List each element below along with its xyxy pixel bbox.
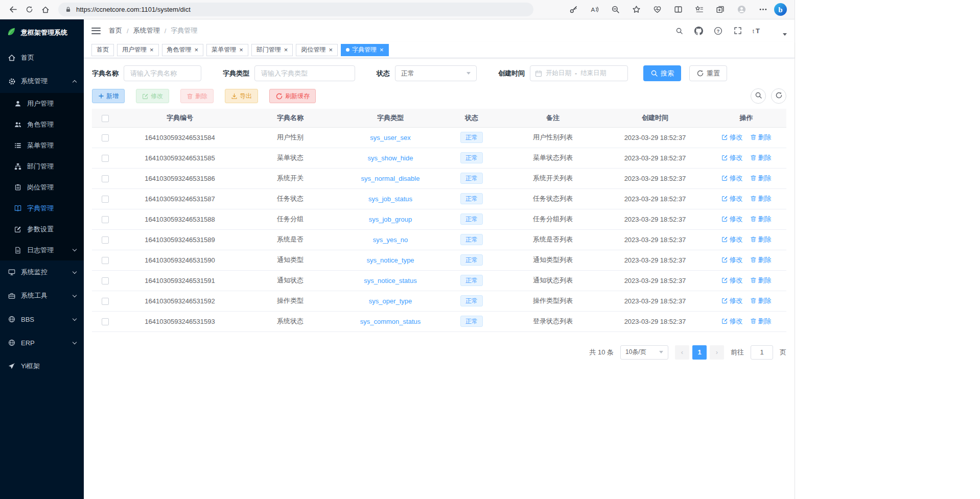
row-checkbox[interactable] [102,298,109,305]
dict-type-input[interactable] [254,65,355,81]
help-icon[interactable]: ? [713,26,724,36]
dict-name-input[interactable] [124,65,201,81]
tab-close-icon[interactable]: × [380,46,384,54]
row-delete-button[interactable]: 删除 [750,296,772,305]
row-edit-button[interactable]: 修改 [721,235,743,244]
tab-dict-mgmt[interactable]: 字典管理× [341,44,389,56]
avatar-caret-icon[interactable] [783,33,787,36]
sidebar-item-role-mgmt[interactable]: 角色管理 [0,114,84,135]
refresh-table-button[interactable] [771,88,786,104]
reset-button[interactable]: 重置 [689,65,727,81]
user-avatar[interactable] [771,22,787,39]
add-button[interactable]: 新增 [92,89,125,103]
page-1-button[interactable]: 1 [692,345,707,360]
sidebar-item-post-mgmt[interactable]: 岗位管理 [0,177,84,198]
row-delete-button[interactable]: 删除 [750,276,772,285]
tab-close-icon[interactable]: × [239,46,243,54]
read-aloud-icon[interactable]: A [590,5,599,14]
home-icon[interactable] [40,4,51,15]
row-edit-button[interactable]: 修改 [721,153,743,162]
row-delete-button[interactable]: 删除 [750,174,772,183]
row-delete-button[interactable]: 删除 [750,235,772,244]
sidebar-item-system-mgmt[interactable]: 系统管理 [0,69,84,93]
settings-menu-icon[interactable] [759,5,767,14]
sidebar-item-erp[interactable]: ERP [0,331,84,354]
row-edit-button[interactable]: 修改 [721,174,743,183]
browser-essentials-icon[interactable] [653,5,662,14]
row-edit-button[interactable]: 修改 [721,133,743,142]
tab-close-icon[interactable]: × [150,46,154,54]
dict-type-link[interactable]: sys_user_sex [370,134,410,141]
search-button[interactable]: 搜索 [643,65,681,81]
hamburger-menu-icon[interactable] [91,28,101,34]
profile-icon[interactable] [737,5,746,14]
row-checkbox[interactable] [102,175,109,182]
dict-type-link[interactable]: sys_normal_disable [361,175,420,182]
row-checkbox[interactable] [102,216,109,223]
tab-close-icon[interactable]: × [329,46,333,54]
sidebar-item-log-mgmt[interactable]: 日志管理 [0,240,84,260]
sidebar-item-dept-mgmt[interactable]: 部门管理 [0,156,84,177]
toggle-search-button[interactable] [751,88,766,104]
row-edit-button[interactable]: 修改 [721,276,743,285]
row-checkbox[interactable] [102,134,109,141]
row-checkbox[interactable] [102,277,109,284]
edit-button[interactable]: 修改 [136,89,169,103]
row-delete-button[interactable]: 删除 [750,133,772,142]
dict-type-link[interactable]: sys_yes_no [373,236,408,244]
address-bar[interactable]: https://ccnetcore.com:1101/system/dict [58,3,533,16]
dict-type-link[interactable]: sys_notice_status [364,277,416,284]
tab-user-mgmt[interactable]: 用户管理× [117,44,159,56]
sidebar-item-menu-mgmt[interactable]: 菜单管理 [0,135,84,156]
dict-type-link[interactable]: sys_oper_type [369,297,412,305]
dict-type-link[interactable]: sys_job_status [368,195,412,203]
row-edit-button[interactable]: 修改 [721,255,743,265]
row-edit-button[interactable]: 修改 [721,194,743,203]
tab-role-mgmt[interactable]: 角色管理× [162,44,204,56]
search-icon[interactable] [674,26,685,36]
goto-page-input[interactable] [751,345,773,360]
status-select[interactable]: 正常 [395,65,477,81]
row-checkbox[interactable] [102,196,109,203]
sidebar-item-param-settings[interactable]: 参数设置 [0,219,84,240]
tab-dept-mgmt[interactable]: 部门管理× [251,44,293,56]
tab-home[interactable]: 首页 [91,44,114,56]
github-icon[interactable] [693,26,704,36]
export-button[interactable]: 导出 [225,89,258,103]
delete-button[interactable]: 删除 [180,89,214,103]
sidebar-item-yi-framework[interactable]: Yi框架 [0,354,84,378]
breadcrumb-home[interactable]: 首页 [109,26,122,35]
row-checkbox[interactable] [102,257,109,264]
sidebar-item-home[interactable]: 首页 [0,46,84,69]
row-edit-button[interactable]: 修改 [721,215,743,224]
sidebar-item-system-tools[interactable]: 系统工具 [0,284,84,307]
fullscreen-icon[interactable] [732,26,743,36]
row-checkbox[interactable] [102,155,109,162]
row-delete-button[interactable]: 删除 [750,215,772,224]
refresh-cache-button[interactable]: 刷新缓存 [269,89,316,103]
row-delete-button[interactable]: 删除 [750,317,772,326]
collections-icon[interactable] [716,5,725,14]
select-all-checkbox[interactable] [102,115,109,122]
tab-close-icon[interactable]: × [195,46,199,54]
page-size-select[interactable]: 10条/页 [620,345,668,360]
back-icon[interactable] [7,4,18,15]
dict-type-link[interactable]: sys_common_status [360,318,421,325]
dict-type-link[interactable]: sys_job_group [369,216,412,223]
sidebar-item-user-mgmt[interactable]: 用户管理 [0,93,84,114]
bing-chat-icon[interactable]: b [774,3,787,16]
breadcrumb-system[interactable]: 系统管理 [133,26,160,35]
sidebar-item-system-monitor[interactable]: 系统监控 [0,260,84,284]
row-checkbox[interactable] [102,236,109,244]
favorites-bar-icon[interactable] [695,5,704,14]
dict-type-link[interactable]: sys_show_hide [368,154,413,162]
split-screen-icon[interactable] [674,5,683,14]
next-page-button[interactable]: › [710,345,724,360]
date-range-picker[interactable]: 开始日期 - 结束日期 [530,65,628,81]
row-checkbox[interactable] [102,318,109,325]
sidebar-item-dict-mgmt[interactable]: 字典管理 [0,198,84,219]
refresh-icon[interactable] [24,4,35,15]
tab-post-mgmt[interactable]: 岗位管理× [296,44,338,56]
sidebar-item-bbs[interactable]: BBS [0,307,84,331]
favorite-add-icon[interactable] [632,5,641,14]
